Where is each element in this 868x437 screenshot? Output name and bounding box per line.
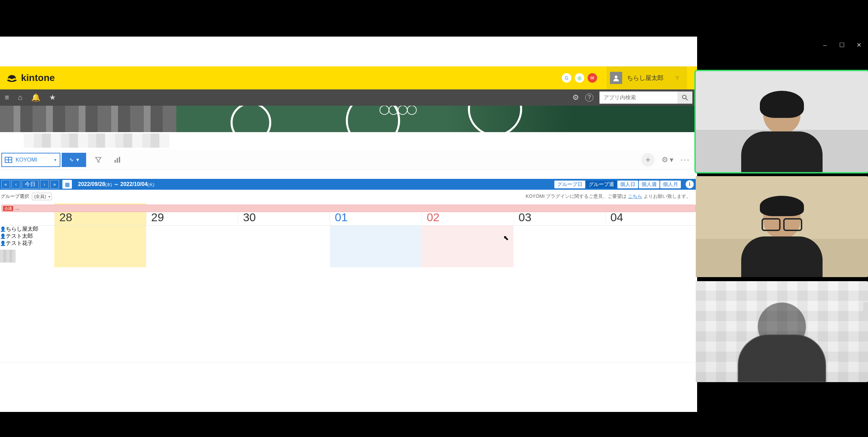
add-record-button[interactable]: + [641, 153, 655, 167]
info-icon[interactable]: i [686, 180, 694, 188]
chevron-down-icon: ▾ [670, 155, 673, 164]
mode-tab-0[interactable]: グループ日 [554, 181, 585, 188]
filter-icon[interactable] [92, 153, 105, 167]
svg-rect-5 [119, 157, 120, 162]
calendar-user-label[interactable]: 👤ちらし屋太郎 [0, 226, 54, 233]
video-tile-3[interactable] [696, 281, 868, 382]
calendar-cell[interactable] [238, 247, 330, 267]
view-mode-tabs: グループ日グループ週個人日個人週個人月 [554, 181, 684, 188]
calendar-cell[interactable] [330, 247, 422, 267]
window-maximize-button[interactable]: ☐ [837, 41, 846, 49]
calendar-event[interactable]: 会議… [1, 205, 696, 212]
mode-tab-4[interactable]: 個人月 [660, 181, 681, 188]
chevron-down-icon: ▾ [76, 157, 79, 163]
kintone-product-name: kintone [21, 72, 55, 83]
user-name-label: ちらし屋太郎 [627, 74, 664, 82]
window-close-button[interactable]: ✕ [854, 41, 863, 49]
svg-point-1 [683, 95, 686, 99]
calendar-cell[interactable] [605, 226, 697, 233]
star-icon[interactable]: ★ [49, 93, 56, 102]
calendar-cell[interactable] [54, 247, 146, 267]
chevron-down-icon: ▽ [676, 76, 679, 80]
app-title-pixelated [0, 106, 176, 132]
video-tile-1[interactable] [696, 71, 868, 172]
more-menu-button[interactable]: ⋯ [680, 154, 690, 165]
nav-prev-button[interactable]: ‹ [12, 180, 20, 189]
user-menu[interactable]: ちらし屋太郎 ▽ [607, 66, 687, 89]
group-select-row: グループ選択 (全員) KOYOMI プラグインに関するご意見、ご要望は こちら… [0, 190, 697, 203]
svg-rect-3 [115, 160, 116, 163]
wave-icon: ∿ [69, 157, 74, 163]
calendar-cell[interactable] [238, 240, 330, 247]
calendar-user-label [0, 247, 54, 267]
calendar-user-label: 👤テスト太郎 [0, 233, 54, 240]
nav-today-button[interactable]: 今日 [22, 180, 39, 189]
calendar-user-label: 👤テスト花子 [0, 240, 54, 247]
calendar-cell[interactable] [513, 247, 605, 267]
user-avatar-icon [610, 72, 622, 84]
mode-tab-3[interactable]: 個人週 [639, 181, 659, 188]
mode-tab-1[interactable]: グループ週 [586, 181, 617, 188]
graph-mode-button[interactable]: ∿ ▾ [62, 153, 86, 167]
svg-point-0 [615, 76, 617, 78]
calendar-cell[interactable] [605, 233, 697, 240]
home-icon[interactable]: ⌂ [18, 93, 22, 102]
menu-icon[interactable]: ≡ [5, 93, 9, 102]
calendar-cell[interactable] [146, 233, 238, 240]
side-panel-handle[interactable] [863, 302, 868, 318]
service-icon-2[interactable]: ◎ [575, 73, 584, 83]
group-select[interactable]: (全員) [32, 193, 52, 200]
view-select-label: KOYOMI [16, 157, 37, 163]
video-call-column [696, 71, 868, 382]
user-icon: 👤 [0, 241, 6, 246]
calendar-cell[interactable] [146, 226, 238, 233]
chart-icon[interactable] [111, 153, 124, 167]
calendar-icon[interactable]: ▦ [62, 180, 72, 189]
plugin-notice-link[interactable]: こちら [628, 193, 642, 199]
app-search-input[interactable] [599, 91, 677, 104]
calendar-cell[interactable] [238, 233, 330, 240]
calendar-cell[interactable] [421, 233, 513, 240]
calendar-cell[interactable] [421, 240, 513, 247]
plugin-notice: KOYOMI プラグインに関するご意見、ご要望は こちら よりお願い致します。 [526, 193, 691, 200]
mouse-cursor-icon: ⬉ [503, 234, 509, 242]
calendar-cell[interactable]: 会議… [54, 226, 146, 233]
calendar-cell[interactable] [146, 240, 238, 247]
calendar-grid: 水28木29金30土01日02月03火04 👤ちらし屋太郎会議…👤テスト太郎👤テ… [0, 203, 697, 267]
calendar-cell[interactable] [330, 233, 422, 240]
date-range-label: 2022/09/28(水) ～ 2022/10/04(火) [78, 181, 154, 188]
calendar-cell[interactable] [605, 247, 697, 267]
kintone-header: kintone G ◎ ✉ ちらし屋太郎 ▽ [0, 66, 697, 89]
calendar-cell[interactable] [513, 233, 605, 240]
view-settings-button[interactable]: ⚙▾ [662, 155, 673, 164]
bell-icon[interactable]: 🔔 [31, 93, 40, 102]
gear-icon[interactable]: ⚙ [572, 93, 579, 102]
nav-last-button[interactable]: » [50, 180, 59, 189]
help-icon[interactable]: ? [585, 93, 593, 102]
gear-icon: ⚙ [662, 155, 668, 164]
calendar-cell[interactable] [605, 240, 697, 247]
calendar-footer [0, 362, 697, 412]
calendar-cell[interactable] [54, 233, 146, 240]
nav-first-button[interactable]: « [1, 180, 10, 189]
global-toolbar: ≡ ⌂ 🔔 ★ ⚙ ? [0, 89, 697, 106]
view-select[interactable]: KOYOMI ▾ [1, 153, 60, 167]
mode-tab-2[interactable]: 個人日 [617, 181, 638, 188]
search-button[interactable] [677, 91, 692, 104]
calendar-cell[interactable] [513, 226, 605, 233]
nav-next-button[interactable]: › [40, 180, 49, 189]
calendar-cell[interactable] [513, 240, 605, 247]
service-icon-mail[interactable]: ✉ [588, 73, 597, 83]
calendar-cell[interactable] [330, 226, 422, 233]
calendar-cell[interactable] [330, 240, 422, 247]
svg-line-2 [686, 99, 688, 100]
calendar-cell[interactable] [421, 226, 513, 233]
calendar-cell[interactable] [54, 240, 146, 247]
window-minimize-button[interactable]: – [821, 41, 829, 49]
service-icon-google[interactable]: G [562, 73, 571, 83]
video-tile-2[interactable] [696, 176, 868, 277]
calendar-cell[interactable] [421, 247, 513, 267]
calendar-cell[interactable] [146, 247, 238, 267]
kintone-logo[interactable]: kintone [6, 72, 55, 83]
calendar-cell[interactable] [238, 226, 330, 233]
